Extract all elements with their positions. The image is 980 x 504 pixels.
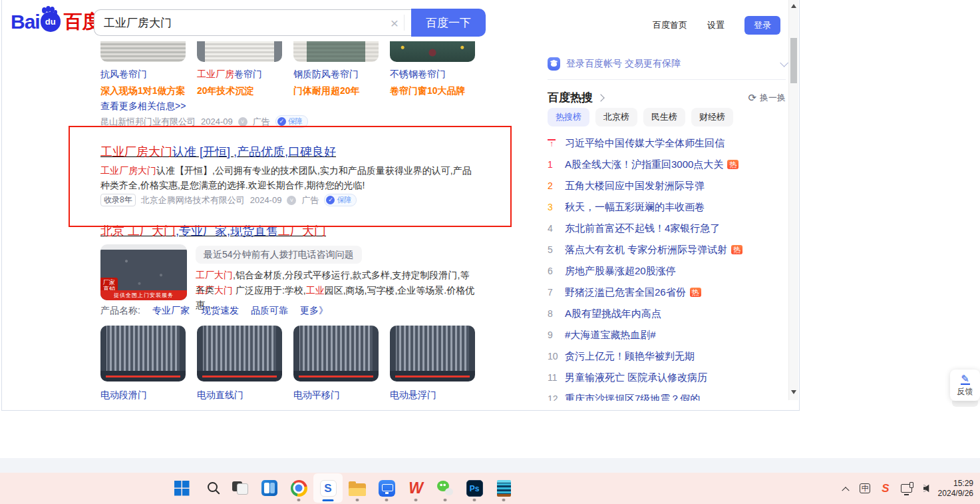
result2-product-image[interactable]: 厂家直销 提供全国上门安装服务: [100, 244, 187, 300]
clear-icon[interactable]: ×: [385, 16, 404, 30]
scroll-down-arrow-icon[interactable]: [791, 390, 796, 397]
search-box[interactable]: ×: [94, 9, 411, 36]
paw-icon: du: [41, 12, 61, 32]
hot-item[interactable]: 7 野猪泛滥已危害全国26省份 热: [548, 282, 787, 303]
tag-more-link[interactable]: 更多》: [300, 305, 328, 317]
hot-item[interactable]: 10 贪污上亿元！顾艳华被判无期: [548, 346, 787, 367]
sogou-input-icon[interactable]: S: [882, 482, 889, 495]
hot-item[interactable]: 11 男童输液死亡 医院承认修改病历: [548, 367, 787, 388]
nav-settings-link[interactable]: 设置: [707, 19, 725, 31]
result1-meta-row: 收录8年 北京企腾网络技术有限公司 2024-09 ˅ 广告 ✓ 保障: [100, 194, 357, 206]
product-card[interactable]: 电动直线门: [197, 326, 282, 401]
ad-card[interactable]: 钢质防风卷帘门 门体耐用超20年: [293, 41, 379, 97]
hot-item[interactable]: 4 东北前首富还不起钱！4家银行急了: [548, 218, 787, 239]
hot-item[interactable]: 5 落点大有玄机 专家分析洲际导弹试射 热: [548, 239, 787, 260]
pc-manager-button[interactable]: [372, 473, 401, 503]
card-title: 卷帘门: [234, 69, 262, 79]
login-banner[interactable]: 登录百度帐号 交易更有保障: [548, 57, 786, 71]
hot-search-title[interactable]: 百度热搜: [548, 90, 593, 105]
more-related-link[interactable]: 查看更多相关信息>>: [100, 101, 186, 113]
hot-badge: 热: [731, 245, 742, 254]
gate-image: [293, 326, 379, 381]
company-name: 北京企腾网络技术有限公司: [141, 194, 245, 206]
ad-card[interactable]: 工业厂房卷帘门 20年技术沉淀: [197, 41, 282, 97]
sogou-browser-button[interactable]: S: [313, 473, 343, 503]
volume-control[interactable]: [923, 484, 927, 493]
product-card[interactable]: 电动平移门: [293, 326, 379, 401]
task-view-button[interactable]: [226, 473, 255, 503]
active-indicator: [323, 499, 334, 501]
result1-description: 工业厂房大门认准【开恒】,公司拥有专业的技术团队,实力和产品质量获得业界的认可,…: [100, 163, 477, 192]
hot-item[interactable]: ↑ 习近平给中国传媒大学全体师生回信: [548, 132, 787, 154]
ad-card[interactable]: 不锈钢卷帘门 卷帘门窗10大品牌: [390, 41, 475, 97]
scroll-up-arrow-icon[interactable]: [791, 1, 796, 8]
image-banner-text: 提供全国上门安装服务: [100, 290, 187, 300]
hot-item[interactable]: 8 A股有望挑战年内高点: [548, 303, 787, 324]
feedback-button[interactable]: ✎ 反馈: [950, 370, 980, 401]
product-card[interactable]: 电动段滑门: [100, 326, 186, 401]
photoshop-icon: Ps: [466, 480, 483, 497]
pencil-icon: ✎: [950, 372, 980, 385]
running-indicator: [473, 499, 476, 501]
tag-link[interactable]: 专业厂家: [152, 305, 190, 317]
hot-item[interactable]: 9 #大海道宝藏热血剧#: [548, 324, 787, 346]
tab-hot[interactable]: 热搜榜: [548, 108, 589, 126]
tag-link[interactable]: 品质可靠: [251, 305, 288, 317]
tag-link[interactable]: 现货速发: [202, 305, 239, 317]
logo-text-bai: Bai: [11, 11, 40, 33]
result1-title-link[interactable]: 工业厂房大门认准 [开恒] ,产品优质,口碑良好: [100, 144, 336, 160]
baidu-logo[interactable]: Bai du 百度: [11, 9, 101, 35]
page-scrollbar[interactable]: [788, 0, 798, 400]
hot-item[interactable]: 12 重庆市沙坪坝区7级地震？假的: [548, 388, 787, 401]
network-display-icon[interactable]: [901, 484, 912, 493]
search-button[interactable]: 百度一下: [411, 9, 486, 37]
refresh-button[interactable]: ⟳ 换一换: [748, 92, 786, 104]
chevron-right-icon[interactable]: [597, 94, 604, 101]
hot-item[interactable]: 2 五角大楼回应中国发射洲际导弹: [548, 175, 787, 196]
hot-search-list: ↑ 习近平给中国传媒大学全体师生回信 1 A股全线大涨！沪指重回3000点大关 …: [548, 132, 787, 401]
chevron-down-icon[interactable]: [780, 59, 788, 67]
check-icon: ✓: [277, 117, 286, 126]
login-button[interactable]: 登录: [744, 16, 780, 35]
product-tags-row: 产品名称: 专业厂家 现货速发 品质可靠 更多》: [100, 305, 328, 317]
chrome-button[interactable]: [284, 473, 313, 503]
tab-beijing[interactable]: 北京榜: [595, 108, 637, 126]
widgets-button[interactable]: [255, 473, 284, 503]
wps-button[interactable]: W: [401, 473, 430, 503]
nav-home-link[interactable]: 百度首页: [653, 19, 687, 31]
secure-badge[interactable]: ✓ 保障: [275, 115, 308, 128]
result2-title-link[interactable]: 北京 工厂大门,专业厂家,现货直售工厂大门: [100, 223, 326, 239]
rank: 1: [548, 159, 565, 170]
rank: 12: [548, 393, 565, 401]
hot-item[interactable]: 3 秋天，一幅五彩斑斓的丰收画卷: [548, 196, 787, 218]
running-indicator: [356, 499, 359, 501]
ad-label: 广告: [253, 116, 270, 128]
photoshop-button[interactable]: Ps: [460, 473, 489, 503]
product-caption: 电动直线门: [197, 389, 282, 401]
ime-chinese-icon[interactable]: 中: [860, 483, 870, 493]
ad-feedback-icon[interactable]: ˅: [287, 196, 296, 205]
product-caption: 电动平移门: [293, 389, 379, 401]
hot-item[interactable]: 6 房地产股暴涨超20股涨停: [548, 260, 787, 282]
gate-image: [390, 326, 475, 381]
tray-chevron-up-icon[interactable]: [842, 487, 850, 494]
secure-badge[interactable]: ✓ 保障: [324, 194, 357, 206]
product-card[interactable]: 电动悬浮门: [390, 326, 475, 401]
hot-item[interactable]: 1 A股全线大涨！沪指重回3000点大关 热: [548, 154, 787, 175]
folder-icon: [349, 483, 366, 496]
taskbar-clock[interactable]: 15:29 2024/9/26: [938, 479, 973, 499]
wechat-button[interactable]: [430, 473, 460, 503]
taskbar-search-button[interactable]: [196, 473, 226, 503]
file-explorer-button[interactable]: [343, 473, 372, 503]
scrollbar-thumb[interactable]: [790, 38, 797, 83]
tab-livelihood[interactable]: 民生榜: [643, 108, 685, 126]
start-button[interactable]: [167, 473, 196, 503]
notepad-button[interactable]: [489, 473, 518, 503]
hot-badge: 热: [727, 160, 738, 169]
tab-finance[interactable]: 财经榜: [691, 108, 733, 126]
ad-card[interactable]: 抗风卷帘门 深入现场1对1做方案: [100, 41, 186, 97]
rank: 5: [548, 244, 565, 255]
search-input[interactable]: [104, 16, 385, 29]
ad-feedback-icon[interactable]: ˅: [238, 117, 247, 126]
rank: 9: [548, 330, 565, 340]
